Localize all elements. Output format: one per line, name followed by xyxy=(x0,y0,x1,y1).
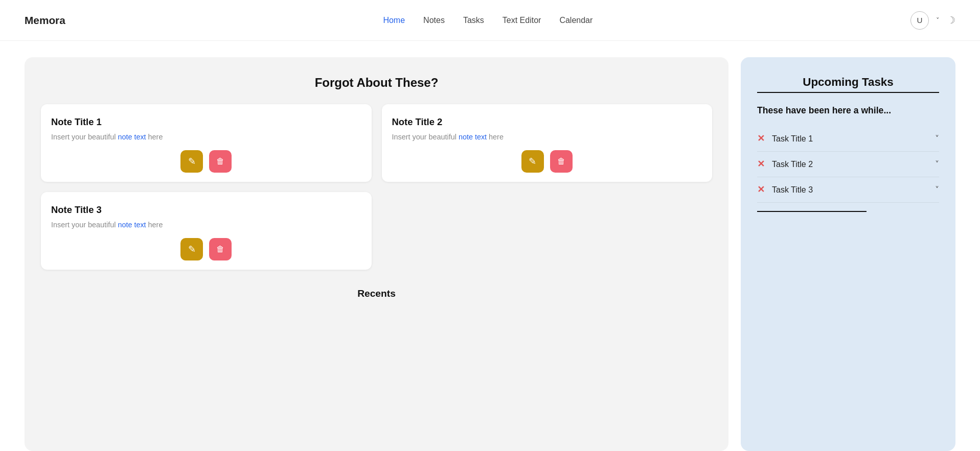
navbar: Memora Home Notes Tasks Text Editor Cale… xyxy=(0,0,980,41)
upcoming-tasks-panel: Upcoming Tasks These have been here a wh… xyxy=(741,57,955,451)
task-label-2: Task Title 2 xyxy=(772,160,813,169)
note-edit-button-3[interactable]: ✎ xyxy=(180,238,203,260)
task-item-1: ✕ Task Title 1 ˅ xyxy=(757,126,939,152)
tasks-title: Upcoming Tasks xyxy=(757,76,939,89)
task-left-1: ✕ Task Title 1 xyxy=(757,133,813,144)
note-card-2: Note Title 2 Insert your beautiful note … xyxy=(382,104,713,182)
task-item-2: ✕ Task Title 2 ˅ xyxy=(757,152,939,177)
note-text-1: Insert your beautiful note text here xyxy=(51,133,361,141)
note-actions-3: ✎ 🗑 xyxy=(51,238,361,260)
tasks-subtitle: These have been here a while... xyxy=(757,105,939,116)
task-x-icon-2[interactable]: ✕ xyxy=(757,159,765,170)
nav-link-notes[interactable]: Notes xyxy=(423,16,445,25)
task-x-icon-1[interactable]: ✕ xyxy=(757,133,765,144)
nav-link-tasks[interactable]: Tasks xyxy=(463,16,484,25)
task-left-2: ✕ Task Title 2 xyxy=(757,159,813,170)
note-title-3: Note Title 3 xyxy=(51,204,361,216)
note-card-1: Note Title 1 Insert your beautiful note … xyxy=(41,104,372,182)
nav-link-texteditor[interactable]: Text Editor xyxy=(503,16,541,25)
app-logo: Memora xyxy=(25,14,65,27)
task-chevron-icon-2[interactable]: ˅ xyxy=(935,159,939,169)
note-title-2: Note Title 2 xyxy=(392,116,702,128)
nav-right: U ˅ ☽ xyxy=(910,11,955,30)
note-delete-button-3[interactable]: 🗑 xyxy=(209,238,232,260)
tasks-top-divider xyxy=(757,92,939,93)
note-card-3: Note Title 3 Insert your beautiful note … xyxy=(41,192,372,270)
nav-link-calendar[interactable]: Calendar xyxy=(559,16,592,25)
task-left-3: ✕ Task Title 3 xyxy=(757,184,813,195)
nav-links: Home Notes Tasks Text Editor Calendar xyxy=(383,16,592,25)
note-edit-button-1[interactable]: ✎ xyxy=(180,150,203,173)
forgot-title: Forgot About These? xyxy=(41,76,712,90)
note-title-1: Note Title 1 xyxy=(51,116,361,128)
note-actions-1: ✎ 🗑 xyxy=(51,150,361,173)
note-text-2: Insert your beautiful note text here xyxy=(392,133,702,141)
chevron-down-icon[interactable]: ˅ xyxy=(936,16,940,24)
task-chevron-icon-3[interactable]: ˅ xyxy=(935,185,939,195)
note-delete-button-1[interactable]: 🗑 xyxy=(209,150,232,173)
task-item-3: ✕ Task Title 3 ˅ xyxy=(757,177,939,203)
notes-grid: Note Title 1 Insert your beautiful note … xyxy=(41,104,712,270)
note-edit-button-2[interactable]: ✎ xyxy=(521,150,544,173)
note-text-3: Insert your beautiful note text here xyxy=(51,221,361,229)
task-chevron-icon-1[interactable]: ˅ xyxy=(935,134,939,144)
main-content: Forgot About These? Note Title 1 Insert … xyxy=(0,41,980,451)
note-actions-2: ✎ 🗑 xyxy=(392,150,702,173)
tasks-bottom-divider xyxy=(757,211,867,212)
note-delete-button-2[interactable]: 🗑 xyxy=(550,150,573,173)
task-label-1: Task Title 1 xyxy=(772,134,813,144)
task-x-icon-3[interactable]: ✕ xyxy=(757,184,765,195)
dark-mode-icon[interactable]: ☽ xyxy=(947,14,955,26)
recents-label: Recents xyxy=(41,288,712,299)
user-avatar[interactable]: U xyxy=(910,11,929,30)
task-label-3: Task Title 3 xyxy=(772,185,813,195)
nav-link-home[interactable]: Home xyxy=(383,16,405,25)
forgot-section: Forgot About These? Note Title 1 Insert … xyxy=(25,57,728,451)
